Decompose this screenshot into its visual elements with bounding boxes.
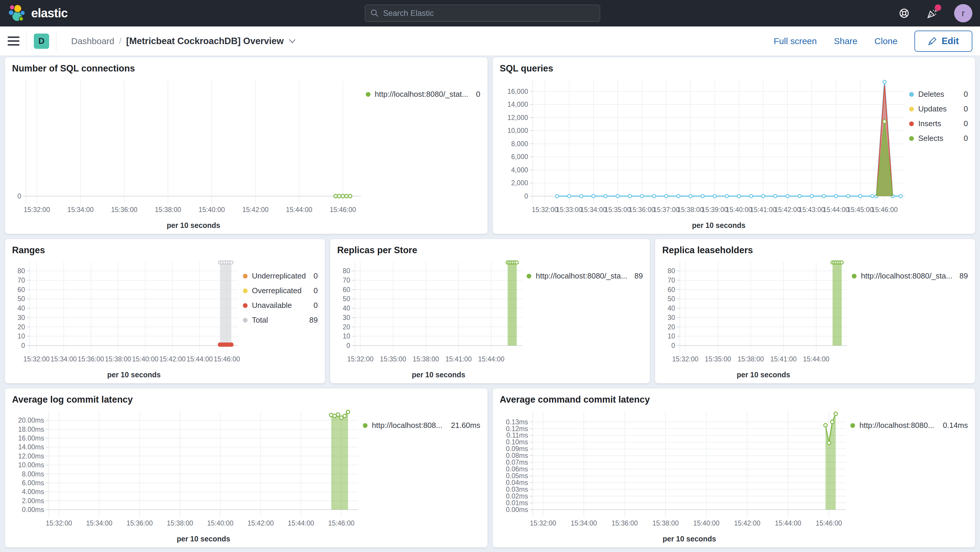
- avatar[interactable]: r: [954, 4, 972, 22]
- legend-value: 0: [964, 104, 968, 113]
- svg-text:10,000: 10,000: [507, 127, 528, 134]
- svg-text:15:40:00: 15:40:00: [207, 519, 234, 527]
- legend-item[interactable]: Updates0: [909, 104, 968, 113]
- legend-swatch: [243, 274, 248, 278]
- legend-item[interactable]: Overreplicated0: [243, 286, 318, 295]
- svg-text:15:34:00: 15:34:00: [67, 206, 94, 213]
- edit-button[interactable]: Edit: [915, 30, 972, 52]
- legend-value: 0: [964, 90, 968, 99]
- search-input[interactable]: [383, 9, 595, 18]
- chart-number-of-sql-connections[interactable]: 15:32:0015:34:0015:36:0015:38:0015:40:00…: [12, 76, 366, 231]
- svg-text:0.09ms: 0.09ms: [506, 445, 528, 453]
- legend-label: Total: [252, 315, 268, 325]
- notification-dot: [935, 5, 941, 11]
- legend-swatch: [366, 92, 371, 97]
- svg-text:15:46:00: 15:46:00: [871, 206, 898, 213]
- svg-text:20: 20: [342, 323, 350, 331]
- chevron-down-icon[interactable]: [288, 38, 296, 44]
- panel-title: Ranges: [12, 245, 318, 256]
- svg-text:15:38:00: 15:38:00: [412, 355, 439, 363]
- dashboard-toolbar: D Dashboard / [Metricbeat CockroachDB] O…: [0, 27, 980, 56]
- clone-button[interactable]: Clone: [875, 36, 897, 46]
- legend-label: Overreplicated: [252, 286, 302, 295]
- legend-label: Underreplicated: [252, 272, 306, 280]
- legend-swatch: [909, 92, 914, 97]
- chart-replica-leaseholders[interactable]: 15:32:0015:35:0015:38:0015:41:0015:44:00…: [662, 258, 852, 380]
- svg-text:15:41:00: 15:41:00: [770, 355, 797, 363]
- panel-number-of-sql-connections: Number of SQL connections 15:32:0015:34:…: [5, 57, 487, 234]
- elastic-logo[interactable]: elastic: [8, 4, 68, 23]
- svg-text:15:44:00: 15:44:00: [478, 355, 504, 363]
- svg-text:per 10 seconds: per 10 seconds: [737, 371, 790, 379]
- legend-item[interactable]: http://localhost:808...21.60ms: [363, 421, 480, 430]
- chart-legend: http://localhost:8080/_stat...0: [366, 76, 480, 231]
- svg-text:15:32:00: 15:32:00: [531, 206, 558, 213]
- news-button[interactable]: [926, 7, 939, 20]
- svg-text:15:33:00: 15:33:00: [556, 206, 582, 213]
- help-button[interactable]: [898, 7, 911, 20]
- svg-text:0: 0: [346, 342, 350, 349]
- app-badge-letter: D: [38, 36, 45, 46]
- svg-text:15:41:00: 15:41:00: [750, 206, 776, 213]
- legend-swatch: [243, 288, 248, 293]
- chart-replicas-per-store[interactable]: 15:32:0015:35:0015:38:0015:41:0015:44:00…: [337, 258, 527, 380]
- svg-text:15:32:00: 15:32:00: [530, 519, 556, 527]
- svg-text:15:44:00: 15:44:00: [286, 206, 313, 213]
- svg-text:15:42:00: 15:42:00: [242, 206, 269, 213]
- svg-text:0.10ms: 0.10ms: [506, 438, 528, 446]
- chart-legend: http://localhost:8080...0.14ms: [850, 407, 968, 544]
- chart-ranges[interactable]: 15:32:0015:34:0015:36:0015:38:0015:40:00…: [12, 258, 243, 380]
- svg-text:8.00ms: 8.00ms: [22, 470, 44, 478]
- legend-item[interactable]: Unavailable0: [243, 301, 318, 310]
- legend-swatch: [909, 136, 914, 141]
- full-screen-button[interactable]: Full screen: [773, 36, 817, 46]
- edit-button-label: Edit: [942, 36, 959, 46]
- svg-text:15:35:00: 15:35:00: [705, 355, 731, 363]
- legend-item[interactable]: http://localhost:8080/_sta...89: [527, 272, 643, 280]
- legend-item[interactable]: http://localhost:8080/_stat...0: [366, 90, 480, 99]
- chart-legend: http://localhost:8080/_sta...89: [527, 258, 643, 380]
- top-header: elastic: [0, 0, 980, 27]
- svg-text:15:34:00: 15:34:00: [86, 519, 113, 527]
- menu-button[interactable]: [8, 37, 19, 46]
- svg-text:15:40:00: 15:40:00: [132, 355, 159, 363]
- panel-title: Replica leaseholders: [662, 245, 968, 256]
- legend-swatch: [363, 423, 368, 428]
- svg-text:per 10 seconds: per 10 seconds: [692, 221, 745, 229]
- legend-value: 0.14ms: [943, 421, 968, 430]
- svg-text:15:36:00: 15:36:00: [628, 206, 655, 213]
- chart-legend: Underreplicated0Overreplicated0Unavailab…: [243, 258, 318, 380]
- svg-text:15:44:00: 15:44:00: [823, 206, 849, 213]
- svg-text:0.01ms: 0.01ms: [506, 499, 528, 507]
- share-button[interactable]: Share: [834, 36, 858, 46]
- legend-item[interactable]: Deletes0: [909, 90, 968, 99]
- breadcrumb-dashboard[interactable]: Dashboard: [71, 36, 115, 46]
- svg-text:0.08ms: 0.08ms: [506, 452, 528, 459]
- legend-item[interactable]: http://localhost:8080...0.14ms: [850, 421, 968, 430]
- chart-average-log-commit-latency[interactable]: 15:32:0015:34:0015:36:0015:38:0015:40:00…: [12, 407, 363, 544]
- chart-average-command-commit-latency[interactable]: 15:32:0015:34:0015:36:0015:38:0015:40:00…: [500, 407, 851, 544]
- dashboard-app-badge[interactable]: D: [34, 33, 49, 49]
- panel-title: Average log commit latency: [12, 395, 480, 405]
- svg-text:0.12ms: 0.12ms: [506, 425, 528, 433]
- svg-text:15:39:00: 15:39:00: [701, 206, 728, 213]
- chart-sql-queries[interactable]: 15:32:0015:33:0015:34:0015:35:0015:36:00…: [500, 76, 910, 231]
- global-search[interactable]: [365, 5, 600, 22]
- legend-swatch: [909, 121, 914, 126]
- legend-label: http://localhost:8080...: [859, 421, 934, 430]
- svg-text:20: 20: [668, 323, 675, 331]
- svg-text:15:44:00: 15:44:00: [775, 519, 801, 527]
- legend-value: 89: [959, 272, 968, 280]
- legend-swatch: [243, 318, 248, 323]
- legend-label: Updates: [918, 104, 947, 113]
- legend-value: 0: [313, 301, 318, 310]
- legend-item[interactable]: http://localhost:8080/_sta...89: [852, 272, 968, 280]
- legend-item[interactable]: Underreplicated0: [243, 272, 318, 280]
- legend-item[interactable]: Total89: [243, 315, 318, 325]
- legend-item[interactable]: Inserts0: [909, 119, 968, 128]
- svg-text:15:32:00: 15:32:00: [24, 206, 50, 213]
- legend-item[interactable]: Selects0: [909, 134, 968, 143]
- svg-text:15:44:00: 15:44:00: [186, 355, 213, 363]
- svg-text:15:38:00: 15:38:00: [677, 206, 703, 213]
- svg-text:0.07ms: 0.07ms: [506, 458, 528, 466]
